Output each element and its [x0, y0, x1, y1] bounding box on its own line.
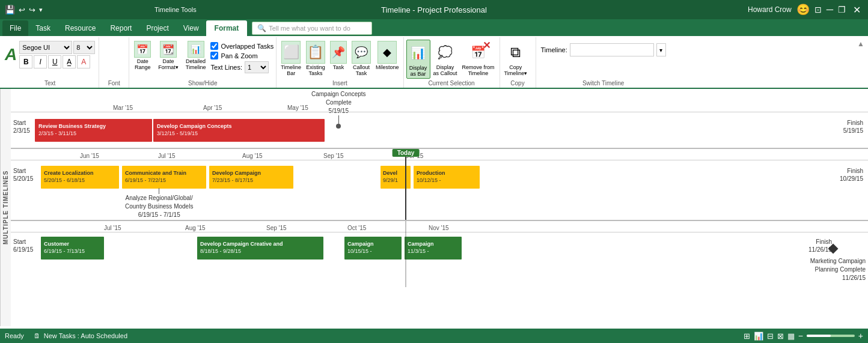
highlight-btn[interactable]: A̲ — [63, 55, 76, 68]
zoom-out-btn[interactable]: − — [798, 331, 803, 341]
axis-aug15: Aug '15 — [242, 153, 263, 159]
underline-btn[interactable]: U — [48, 55, 61, 68]
new-tasks-label: New Tasks : Auto Scheduled — [44, 332, 127, 339]
tab-view[interactable]: View — [176, 20, 206, 36]
status-icon-5[interactable]: ▦ — [787, 332, 795, 341]
font-color-btn[interactable]: A — [77, 55, 90, 68]
task-develop-campaign-yellow[interactable]: Develop Campaign 7/23/15 - 8/17/15 — [209, 166, 293, 189]
copy-timeline-btn[interactable]: ⧉ CopyTimeline▾ — [503, 40, 530, 77]
ribbon-group-current-selection: 📊 Displayas Bar 💭 Displayas Callout 📅 ✕ … — [404, 37, 500, 88]
minimize-btn[interactable]: ─ — [827, 4, 833, 15]
tab-format[interactable]: Format — [206, 20, 248, 36]
task-communicate-train[interactable]: Communicate and Train 6/19/15 - 7/22/15 — [122, 166, 206, 189]
axis-sep15: Sep '15 — [323, 153, 344, 159]
timeline-expand-btn[interactable]: ▾ — [656, 43, 666, 56]
task-review-business-strategy[interactable]: Review Business Strategy 2/3/15 - 3/11/1… — [35, 119, 152, 142]
new-tasks-icon: 🗓 — [34, 332, 40, 339]
pan-zoom-checkbox-label[interactable]: Pan & Zoom — [210, 52, 274, 59]
quick-access-more[interactable]: ▾ — [39, 6, 43, 14]
task-production[interactable]: Production 10/12/15 - — [414, 166, 480, 189]
tab-file[interactable]: File — [2, 20, 28, 36]
status-icon-4[interactable]: ⊠ — [777, 332, 784, 341]
user-name: Howard Crow — [748, 5, 792, 14]
date-format-btn[interactable]: 📆 DateFormat▾ — [156, 40, 181, 71]
ribbon-group-font: Font — [99, 37, 129, 88]
font-size-select[interactable]: 8 — [73, 41, 95, 54]
today-marker-r3 — [405, 221, 406, 287]
tab-project[interactable]: Project — [139, 20, 176, 36]
ribbon-group-label-text: Text — [5, 80, 95, 88]
close-btn[interactable]: ✕ — [851, 4, 863, 16]
search-icon: 🔍 — [257, 24, 266, 32]
timeline-row-3: Start6/19/15 Finish11/26/15 Jul '15 Aug … — [11, 221, 868, 287]
restore-btn[interactable]: ❐ — [838, 5, 846, 14]
tab-resource[interactable]: Resource — [58, 20, 103, 36]
existing-tasks-btn[interactable]: 📋 ExistingTasks — [304, 40, 327, 77]
date-range-btn[interactable]: 📅 DateRange — [132, 40, 153, 71]
overlapped-tasks-checkbox-label[interactable]: Overlapped Tasks — [210, 42, 274, 50]
axis-apr15: Apr '15 — [203, 105, 222, 111]
timeline-area: Campaign Concepts Complete 5/19/15 Mar '… — [11, 89, 868, 326]
redo-icon[interactable]: ↪ — [29, 5, 35, 14]
detailed-timeline-btn[interactable]: 📊 DetailedTimeline — [183, 40, 209, 71]
today-marker: Today — [405, 149, 406, 220]
task-develop-campaign-concepts[interactable]: Develop Campaign Concepts 3/12/15 - 5/19… — [153, 119, 325, 142]
task-btn[interactable]: 📌 Task — [328, 40, 349, 71]
display-as-callout-btn[interactable]: 💭 Displayas Callout — [432, 40, 459, 77]
axis-jul15-r3: Jul '15 — [104, 225, 121, 231]
task-develop-campaign-creative[interactable]: Develop Campaign Creative and 8/18/15 - … — [197, 237, 323, 260]
timeline-name-input[interactable] — [570, 43, 654, 56]
ribbon-group-label-switch-timeline: Switch Timeline — [541, 80, 666, 88]
app-title: Timeline - Project Professional — [381, 5, 487, 14]
font-select[interactable]: Segoe UI — [19, 41, 72, 54]
task-customer[interactable]: Customer 6/19/15 - 7/13/15 — [41, 237, 104, 260]
row3-finish-label: Finish11/26/15 — [808, 238, 832, 253]
axis-jun15: Jun '15 — [80, 153, 99, 159]
row1-start-label: Start2/3/15 — [13, 119, 30, 135]
zoom-in-btn[interactable]: + — [858, 331, 863, 341]
status-icon-2[interactable]: 📊 — [754, 332, 763, 341]
remove-from-timeline-btn[interactable]: 📅 ✕ Remove fromTimeline — [460, 40, 497, 77]
text-lines-select[interactable]: 123 — [245, 61, 269, 73]
ribbon-group-label-font: Font — [103, 80, 125, 88]
tools-label: Timeline Tools — [154, 6, 197, 13]
task-create-localization[interactable]: Create Localization 5/20/15 - 6/18/15 — [41, 166, 119, 189]
ribbon-collapse-btn[interactable]: ▲ — [855, 37, 867, 88]
undo-icon[interactable]: ↩ — [19, 5, 25, 14]
ribbon-group-copy: ⧉ CopyTimeline▾ Copy — [500, 37, 536, 88]
date-format-label: DateFormat▾ — [158, 58, 179, 70]
text-style-icon: A — [5, 45, 17, 64]
axis-jul15: Jul '15 — [158, 153, 176, 159]
pan-zoom-checkbox[interactable] — [210, 52, 218, 59]
ribbon-group-label-current-selection: Current Selection — [406, 80, 497, 88]
row1-finish-label: Finish5/19/15 — [843, 119, 863, 135]
zoom-slider[interactable] — [807, 335, 855, 337]
axis-may15: May '15 — [287, 105, 308, 111]
overlapped-tasks-checkbox[interactable] — [210, 42, 218, 50]
status-icon-1[interactable]: ⊞ — [744, 332, 750, 341]
search-placeholder: Tell me what you want to do — [269, 25, 350, 32]
user-avatar: 😊 — [796, 3, 810, 16]
bold-btn[interactable]: B — [19, 55, 32, 68]
timeline-bar-btn[interactable]: ⬜ TimelineBar — [279, 40, 303, 77]
display-as-bar-btn[interactable]: 📊 Displayas Bar — [406, 40, 430, 79]
task-campaign-2[interactable]: Campaign 11/3/15 - — [405, 237, 462, 260]
tab-report[interactable]: Report — [103, 20, 139, 36]
ribbon-group-label-insert: Insert — [279, 80, 400, 88]
callout-task-btn[interactable]: 💬 CalloutTask — [350, 40, 373, 77]
italic-btn[interactable]: I — [34, 55, 47, 68]
milestone-btn[interactable]: ◆ Milestone — [374, 40, 401, 71]
status-icon-3[interactable]: ⊟ — [767, 332, 774, 341]
ribbon-group-label-showhide: Show/Hide — [132, 80, 274, 88]
timeline-label: Timeline: — [541, 46, 567, 53]
tab-task[interactable]: Task — [28, 20, 58, 36]
layout-icon[interactable]: ⊡ — [815, 5, 822, 14]
row2-finish-label: Finish10/29/15 — [840, 167, 863, 183]
axis-sep15-r3: Sep '15 — [266, 225, 287, 231]
callout-marketing-complete: Marketing CampaignPlanning Complete11/26… — [810, 257, 866, 282]
callout-analyze-regional: Analyze Regional/Global/Country Business… — [125, 188, 193, 219]
task-campaign-1[interactable]: Campaign 10/15/15 - — [344, 237, 402, 260]
save-icon[interactable]: 💾 — [5, 5, 15, 14]
search-box[interactable]: 🔍 Tell me what you want to do — [252, 22, 372, 35]
multiple-timelines-label: MULTIPLE TIMELINES — [0, 89, 11, 326]
